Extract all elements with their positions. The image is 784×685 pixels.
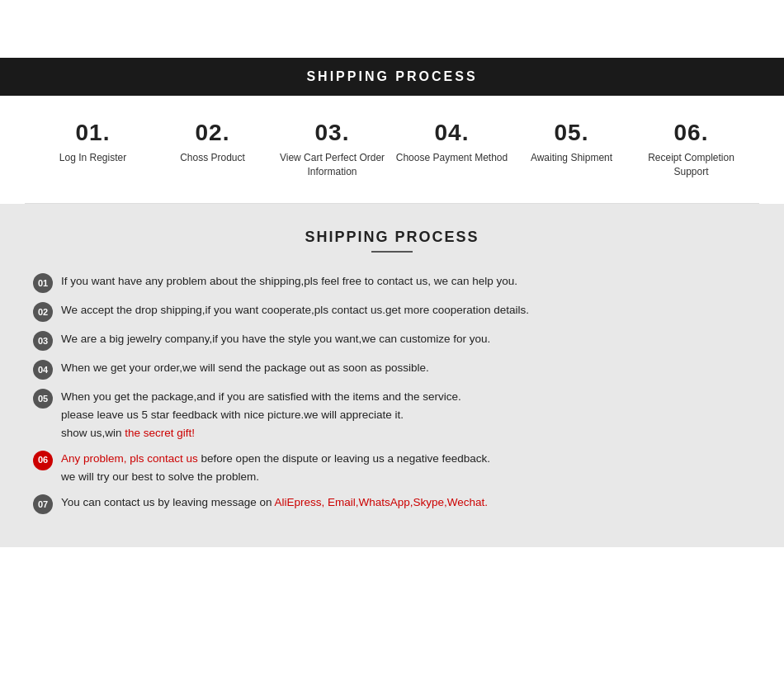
step-item-2: 02. Choss Product (155, 120, 271, 165)
step-label: View Cart Perfect Order Information (275, 151, 390, 179)
step-item-3: 03. View Cart Perfect Order Information (275, 120, 390, 178)
step-label: Awaiting Shipment (531, 151, 612, 165)
step-number: 06. (674, 120, 709, 146)
process-list: 01If you want have any problem about the… (33, 272, 751, 514)
process-badge: 01 (33, 273, 53, 293)
process-content: When you get the package,and if you are … (61, 388, 751, 442)
step-label: Receipt Completion Support (634, 151, 749, 179)
red-text: AliEpress, Email,WhatsApp,Skype,Wechat. (274, 496, 488, 508)
step-number: 02. (196, 120, 230, 146)
normal-text: If you want have any problem about the s… (61, 275, 517, 287)
normal-text: When we get your order,we will send the … (61, 361, 429, 374)
process-content: Any problem, pls contact us before open … (61, 450, 751, 485)
steps-row: 01. Log In Register 02. Choss Product 03… (33, 120, 751, 178)
process-content: If you want have any problem about the s… (61, 272, 751, 291)
process-content: We accept the drop shipping,if you want … (61, 301, 751, 319)
normal-text: we will try our best to solve the proble… (61, 470, 259, 483)
process-item-7: 07You can contact us by leaving message … (33, 494, 751, 514)
normal-text: We are a big jewelry company,if you have… (61, 333, 490, 345)
process-content: You can contact us by leaving message on… (61, 494, 751, 512)
step-number: 04. (435, 120, 470, 146)
red-text: the secret gift! (125, 427, 195, 439)
step-label: Log In Register (59, 151, 126, 165)
step-item-6: 06. Receipt Completion Support (634, 120, 749, 178)
step-item-5: 05. Awaiting Shipment (514, 120, 630, 165)
steps-section: 01. Log In Register 02. Choss Product 03… (0, 96, 784, 203)
shipping-header-label: SHIPPING PROCESS (306, 69, 477, 83)
red-text: Any problem, pls contact us (61, 452, 198, 465)
process-badge: 04 (33, 360, 53, 380)
top-spacer (0, 0, 784, 58)
process-item-1: 01If you want have any problem about the… (33, 272, 751, 293)
step-number: 01. (76, 120, 111, 146)
step-item-4: 04. Choose Payment Method (394, 120, 510, 165)
step-item-1: 01. Log In Register (35, 120, 151, 165)
shipping-process-section: SHIPPING PROCESS 01If you want have any … (0, 204, 784, 547)
process-badge: 06 (33, 451, 53, 470)
process-content: We are a big jewelry company,if you have… (61, 330, 751, 348)
step-number: 03. (315, 120, 350, 146)
section-title: SHIPPING PROCESS (33, 229, 751, 246)
process-item-4: 04When we get your order,we will send th… (33, 359, 751, 380)
step-label: Choose Payment Method (396, 151, 508, 165)
step-label: Choss Product (180, 151, 245, 165)
section-title-wrapper: SHIPPING PROCESS (33, 229, 751, 253)
process-content: When we get your order,we will send the … (61, 359, 751, 377)
normal-text: before open the dispute or leaving us a … (198, 452, 490, 465)
process-badge: 05 (33, 389, 53, 409)
process-item-6: 06Any problem, pls contact us before ope… (33, 450, 751, 485)
shipping-header-bar: SHIPPING PROCESS (0, 58, 784, 96)
normal-text: show us,win (61, 427, 125, 439)
process-badge: 02 (33, 302, 53, 322)
process-item-2: 02We accept the drop shipping,if you wan… (33, 301, 751, 322)
normal-text: You can contact us by leaving message on (61, 496, 274, 508)
process-badge: 07 (33, 494, 53, 514)
normal-text: When you get the package,and if you are … (61, 390, 461, 403)
process-item-5: 05When you get the package,and if you ar… (33, 388, 751, 442)
process-item-3: 03We are a big jewelry company,if you ha… (33, 330, 751, 351)
step-number: 05. (555, 120, 589, 146)
section-title-underline (371, 251, 413, 253)
process-badge: 03 (33, 331, 53, 351)
normal-text: please leave us 5 star feedback with nic… (61, 409, 404, 421)
normal-text: We accept the drop shipping,if you want … (61, 304, 529, 316)
